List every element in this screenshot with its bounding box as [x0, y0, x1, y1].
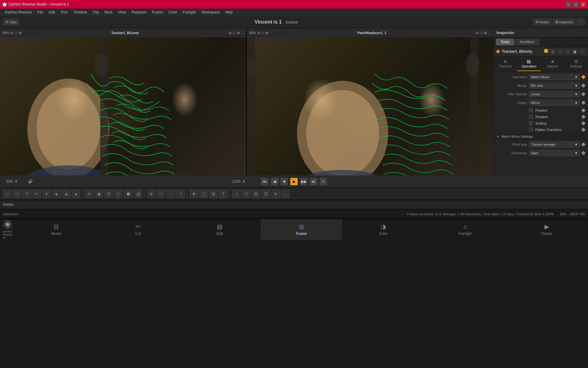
filter-method-dropdown[interactable]: Linear ▼	[529, 91, 580, 97]
node-icon-settings[interactable]: ⚙	[550, 49, 556, 54]
pivot-type-dropdown-btn[interactable]: Tracker average ▼	[529, 141, 580, 148]
tool-lines[interactable]: ☰	[262, 190, 270, 198]
filter-method-keyframe[interactable]	[581, 92, 586, 96]
tool-text[interactable]: T	[23, 190, 31, 198]
nodes-btn[interactable]: ⊞ Nodes	[533, 19, 552, 25]
tool-blur[interactable]: ◉	[95, 190, 103, 198]
tool-circle[interactable]: ◯	[199, 190, 208, 198]
menu-playback[interactable]: Playback	[129, 10, 149, 15]
node-icon-more[interactable]: ⋯	[579, 49, 585, 54]
inspector-more-icon[interactable]: ···	[582, 31, 585, 35]
filter-method-dropdown-btn[interactable]: Linear ▼	[529, 91, 580, 97]
rv-icon6[interactable]: ⊞	[484, 31, 487, 35]
rotation-checkbox[interactable]	[529, 115, 533, 119]
tool-plus[interactable]: ⊕	[147, 190, 156, 198]
edges-dropdown-btn[interactable]: Mirror ▼	[529, 100, 580, 106]
tool-shape[interactable]: ✦	[42, 190, 51, 198]
position-keyframe[interactable]	[581, 108, 586, 112]
menu-davinci-resolve[interactable]: DaVinci Resolve	[2, 10, 34, 15]
nodes-more-btn[interactable]: ···	[582, 202, 585, 207]
edges-keyframe[interactable]	[581, 101, 586, 105]
nav-edit[interactable]: ▤ Edit	[179, 219, 261, 240]
sub-tab-operation[interactable]: ▤ Operation	[517, 56, 541, 71]
tool-patch[interactable]: ◻	[114, 190, 123, 198]
more-btn[interactable]: ⋮	[577, 19, 585, 25]
tool-render[interactable]: ◻	[13, 190, 21, 198]
lv-icon3[interactable]: ⊞	[19, 31, 21, 35]
sub-tab-trackers[interactable]: ⊕ Trackers	[493, 56, 517, 71]
node-icon-keyframe[interactable]: ◇	[565, 49, 570, 54]
tool-wave[interactable]: ~	[167, 190, 175, 198]
node-icon-lock[interactable]: 🔒	[572, 49, 578, 54]
inspector-btn[interactable]: ▤ Inspector	[553, 19, 575, 25]
go-end-btn[interactable]: ⏭	[310, 178, 317, 185]
scaling-checkbox[interactable]: ✓	[529, 121, 533, 125]
tool-grid[interactable]: ⬟	[124, 190, 133, 198]
node-icon-clip[interactable]: □	[557, 49, 563, 54]
menu-file[interactable]: File	[35, 10, 46, 15]
minimize-button[interactable]: –	[566, 2, 571, 7]
menu-edit[interactable]: Edit	[46, 10, 58, 15]
node-icon-color[interactable]	[544, 49, 548, 53]
edges-dropdown[interactable]: Mirror ▼	[529, 100, 580, 106]
rv-icon5[interactable]: ⬡	[480, 31, 483, 35]
tool-text2[interactable]: T	[219, 190, 228, 198]
tool-paint[interactable]: ✏	[32, 190, 41, 198]
tool-mask[interactable]: ◈	[52, 190, 61, 198]
nav-media[interactable]: ⊟ Media	[15, 219, 97, 240]
loop-btn[interactable]: ↻	[320, 178, 327, 185]
menu-help[interactable]: Help	[223, 10, 235, 15]
go-start-btn[interactable]: ⏮	[261, 178, 268, 185]
tool-oval[interactable]: ⬭	[157, 190, 165, 198]
tool-wavy[interactable]: ≋	[271, 190, 280, 198]
flatten-transform-checkbox[interactable]	[529, 128, 533, 132]
menu-color[interactable]: Color	[166, 10, 180, 15]
modifiers-tab[interactable]: Modifiers	[515, 39, 540, 45]
tool-minus[interactable]: ⊟	[104, 190, 113, 198]
right-zoom[interactable]: 50%	[249, 31, 256, 35]
rv-icon4[interactable]: ⊟	[476, 31, 478, 35]
position-checkbox[interactable]: ✓	[529, 108, 533, 112]
lv-icon4[interactable]: ⊟	[229, 31, 232, 35]
tool-poly[interactable]: ⬙	[62, 190, 70, 198]
tool-bars[interactable]: ⌇	[176, 190, 185, 198]
pivot-type-keyframe[interactable]	[581, 142, 586, 147]
tool-hex[interactable]: ▤	[134, 190, 142, 198]
lv-icon1[interactable]: ⊟	[10, 31, 13, 35]
tool-triangle[interactable]: ▲	[72, 190, 80, 198]
menu-mark[interactable]: Mark	[102, 10, 115, 15]
next-frame-btn[interactable]: ▶▶	[300, 178, 307, 185]
tool-brightness[interactable]: ☀	[85, 190, 93, 198]
match-move-settings-header[interactable]: ▼ Match Move Settings	[493, 133, 588, 140]
tool-squares[interactable]: ⊞	[209, 190, 218, 198]
rv-icon2[interactable]: ⬡	[261, 31, 264, 35]
tool-hex2[interactable]: ⬡	[242, 190, 251, 198]
menu-view[interactable]: View	[116, 10, 129, 15]
nav-fairlight[interactable]: ♫ Fairlight	[424, 219, 506, 240]
pivot-type-dropdown[interactable]: Tracker average ▼	[529, 141, 580, 148]
rotation-keyframe[interactable]	[581, 114, 586, 119]
reference-keyframe[interactable]	[581, 151, 586, 155]
close-button[interactable]: ✕	[581, 2, 586, 7]
tools-tab[interactable]: Tools	[496, 39, 514, 45]
prev-frame-btn[interactable]: ◀	[271, 178, 278, 185]
lv-icon6[interactable]: ⊞	[237, 31, 240, 35]
menu-fairlight[interactable]: Fairlight	[180, 10, 198, 15]
menu-trim[interactable]: Trim	[58, 10, 70, 15]
operation-keyframe[interactable]	[581, 75, 586, 79]
reference-dropdown-btn[interactable]: Start ▼	[529, 150, 580, 156]
sub-tab-settings[interactable]: ⚙ Settings	[564, 56, 588, 71]
merge-dropdown[interactable]: BG only ▼	[529, 82, 580, 89]
sub-tab-options[interactable]: ◈ Options	[541, 56, 564, 71]
nav-deliver[interactable]: ▶ Deliver	[506, 219, 588, 240]
nav-cut[interactable]: ✂ Cut	[97, 219, 179, 240]
lv-icon5[interactable]: ⬡	[233, 31, 236, 35]
nav-fusion[interactable]: ◎ Fusion	[261, 219, 342, 240]
play-btn[interactable]: ▶	[290, 178, 298, 185]
left-zoom[interactable]: 50%	[2, 31, 9, 35]
operation-dropdown[interactable]: Match Move ▼	[529, 74, 580, 80]
menu-fusion[interactable]: Fusion	[149, 10, 165, 15]
menu-clip[interactable]: Clip	[90, 10, 101, 15]
rv-more[interactable]: ...	[488, 31, 491, 35]
tool-diamond[interactable]: ❖	[190, 190, 198, 198]
